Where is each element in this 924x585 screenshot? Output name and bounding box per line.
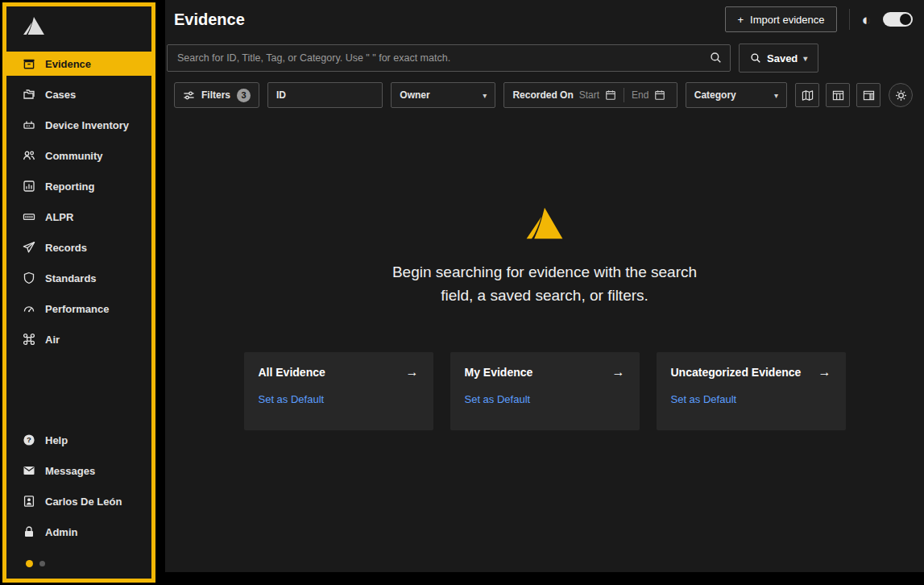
sidebar-item-label: Standards [45, 272, 97, 284]
search-row: Saved ▾ [165, 39, 924, 79]
sidebar-item-label: Air [45, 334, 60, 346]
filter-category-dropdown[interactable]: Category ▾ [686, 82, 787, 108]
sidebar-item-label: Messages [45, 465, 95, 477]
header-actions: + Import evidence ◐ [725, 6, 913, 32]
filter-owner-dropdown[interactable]: Owner ▾ [391, 82, 495, 108]
plus-icon: + [737, 14, 744, 26]
license-plate-icon [23, 210, 35, 223]
sidebar-item-records[interactable]: Records [6, 235, 151, 259]
sidebar-item-community[interactable]: Community [6, 143, 151, 168]
set-default-link[interactable]: Set as Default [671, 393, 737, 405]
contrast-icon[interactable]: ◐ [862, 12, 871, 27]
start-date-input[interactable]: Start [579, 89, 599, 101]
sidebar-item-alpr[interactable]: ALPR [6, 205, 151, 229]
header-divider [849, 9, 850, 30]
table-icon [832, 89, 844, 102]
filter-id-field[interactable]: ID [267, 82, 383, 108]
saved-searches-button[interactable]: Saved ▾ [739, 44, 818, 73]
map-view-button[interactable] [795, 83, 819, 107]
card-all-evidence[interactable]: All Evidence → Set as Default [244, 352, 433, 430]
sidebar-item-label: Community [45, 150, 103, 162]
people-icon [23, 149, 35, 162]
card-header: All Evidence → [259, 365, 419, 380]
sidebar-pagination [6, 550, 151, 577]
page-header: Evidence + Import evidence ◐ [165, 0, 924, 39]
drone-icon [23, 333, 35, 346]
saved-search-cards: All Evidence → Set as Default My Evidenc… [165, 352, 924, 430]
card-title: All Evidence [259, 366, 325, 379]
search-input[interactable] [167, 44, 731, 72]
set-default-link[interactable]: Set as Default [259, 393, 325, 405]
pagination-dot[interactable] [39, 561, 45, 566]
table-view-button[interactable] [826, 83, 850, 107]
sidebar-item-device-inventory[interactable]: Device Inventory [6, 113, 151, 137]
map-icon [802, 89, 814, 102]
sidebar-item-label: Cases [45, 89, 76, 101]
sidebar-item-messages[interactable]: Messages [6, 458, 151, 483]
sidebar-item-label: Device Inventory [45, 119, 129, 131]
svg-text:?: ? [27, 435, 31, 444]
theme-toggle[interactable] [883, 12, 913, 27]
sidebar-item-label: Carlos De León [45, 496, 122, 508]
calendar-icon[interactable] [605, 89, 616, 101]
envelope-icon [23, 464, 35, 477]
set-default-link[interactable]: Set as Default [465, 393, 531, 405]
sidebar-item-label: Records [45, 242, 87, 254]
folder-icon [23, 88, 35, 101]
date-range-divider [624, 88, 624, 102]
filters-button[interactable]: Filters 3 [174, 82, 259, 108]
search-icon[interactable] [710, 52, 722, 64]
sidebar-item-cases[interactable]: Cases [6, 82, 151, 106]
sidebar: Evidence Cases Device Inv [2, 2, 155, 583]
axon-delta-logo [165, 206, 924, 240]
sidebar-item-admin[interactable]: Admin [6, 520, 151, 544]
sidebar-item-standards[interactable]: Standards [6, 266, 151, 290]
sidebar-item-label: Admin [45, 526, 77, 538]
recorded-on-label: Recorded On [512, 89, 573, 101]
empty-state-line2: field, a saved search, or filters. [165, 284, 924, 308]
sidebar-nav: Evidence Cases Device Inv [6, 52, 151, 351]
import-evidence-button[interactable]: + Import evidence [725, 6, 836, 32]
chevron-down-icon: ▾ [803, 54, 807, 63]
pagination-dot-active[interactable] [26, 560, 33, 567]
sidebar-item-evidence[interactable]: Evidence [6, 52, 151, 76]
end-date-input[interactable]: End [632, 89, 648, 101]
import-evidence-label: Import evidence [750, 14, 825, 26]
sidebar-item-label: Reporting [45, 180, 94, 193]
card-title: My Evidence [465, 366, 533, 379]
user-badge-icon [23, 495, 35, 508]
table-detail-view-button[interactable] [856, 83, 880, 107]
sidebar-item-reporting[interactable]: Reporting [6, 174, 151, 198]
sidebar-item-user-profile[interactable]: Carlos De León [6, 489, 151, 513]
arrow-right-icon[interactable]: → [818, 365, 831, 380]
sidebar-item-performance[interactable]: Performance [6, 297, 151, 321]
calendar-icon[interactable] [654, 89, 665, 101]
chevron-down-icon: ▾ [774, 91, 778, 100]
id-label: ID [276, 89, 286, 101]
sidebar-item-air[interactable]: Air [6, 327, 151, 351]
owner-label: Owner [400, 89, 429, 101]
filters-row: Filters 3 ID Owner ▾ Recorded On Start [165, 79, 924, 116]
sidebar-item-label: Evidence [45, 58, 91, 70]
gear-icon [895, 89, 907, 102]
card-uncategorized-evidence[interactable]: Uncategorized Evidence → Set as Default [657, 352, 846, 430]
saved-label: Saved [767, 52, 798, 64]
arrow-right-icon[interactable]: → [406, 365, 419, 380]
filters-label: Filters [201, 89, 230, 101]
filter-recorded-on[interactable]: Recorded On Start End [503, 82, 677, 108]
sidebar-item-label: ALPR [45, 211, 73, 223]
column-settings-button[interactable] [889, 83, 913, 107]
card-my-evidence[interactable]: My Evidence → Set as Default [450, 352, 640, 430]
content-area: Begin searching for evidence with the se… [165, 116, 924, 430]
lock-icon [23, 525, 35, 538]
category-label: Category [694, 89, 736, 101]
table-detail-icon [863, 89, 875, 102]
filter-count-badge: 3 [237, 89, 251, 102]
sliders-icon [183, 89, 195, 102]
evidence-box-icon [23, 57, 35, 70]
sidebar-item-help[interactable]: ? Help [6, 428, 151, 452]
arrow-right-icon[interactable]: → [612, 365, 625, 380]
shield-icon [23, 272, 35, 284]
empty-state-line1: Begin searching for evidence with the se… [165, 261, 924, 284]
search-field-wrap [167, 44, 731, 72]
